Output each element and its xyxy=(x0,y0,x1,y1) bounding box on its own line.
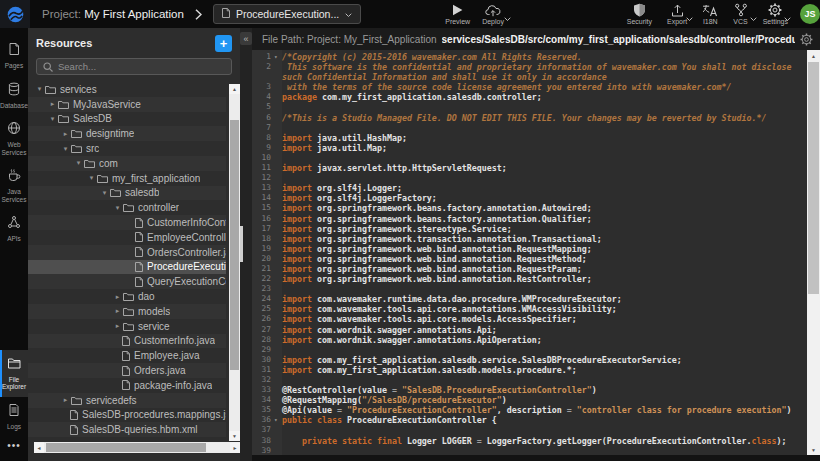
chevron-down-icon[interactable]: ▾ xyxy=(34,85,45,93)
chevron-down-icon[interactable]: ▾ xyxy=(99,189,110,197)
tree-vertical-scrollbar[interactable]: ▲ ▼ xyxy=(229,84,240,441)
tree-item-employee-java[interactable]: Employee.java xyxy=(28,348,226,363)
preview-button[interactable]: Preview xyxy=(445,3,470,25)
sidebar-item-databases[interactable]: Databases xyxy=(0,76,28,116)
tree-item-customerinfo-java[interactable]: CustomerInfo.java xyxy=(28,334,226,349)
tree-item-designtime[interactable]: ▸designtime xyxy=(28,126,226,141)
scroll-up-icon[interactable]: ▲ xyxy=(229,84,240,94)
sidebar-item-web-services[interactable]: Web Services xyxy=(0,115,28,162)
line-number: 12 xyxy=(252,173,274,183)
chevron-down-icon[interactable]: ▾ xyxy=(112,204,123,212)
wavemaker-logo-icon[interactable] xyxy=(0,0,30,28)
open-file-dropdown[interactable]: ProcedureExecution... xyxy=(213,4,361,24)
file-options-gear-icon[interactable] xyxy=(800,33,813,46)
tree-hscroll-thumb[interactable] xyxy=(46,443,206,452)
code-text: package com.my_first_application.salesdb… xyxy=(282,92,807,102)
tree-item-orderscontroller-java[interactable]: OrdersController.java xyxy=(28,245,226,260)
sidebar-more-button[interactable]: ••• xyxy=(7,436,21,461)
tree-item-queryexecutioncontroller-java[interactable]: QueryExecutionController.java xyxy=(28,274,226,289)
tree-item-package-info-java[interactable]: package-info.java xyxy=(28,378,226,393)
tree-item-label: QueryExecutionController.java xyxy=(147,276,226,287)
sidebar-item-apis[interactable]: APIs xyxy=(0,209,28,249)
code-text: /*This is a Studio Managed File. DO NOT … xyxy=(282,113,807,123)
folder-icon xyxy=(45,85,56,94)
code-text: import org.springframework.stereotype.Se… xyxy=(282,224,807,234)
scroll-left-icon[interactable]: ◄ xyxy=(34,442,44,453)
tree-item-myjavaservice[interactable]: ▸MyJavaService xyxy=(28,97,226,112)
chevron-right-icon[interactable]: ▸ xyxy=(60,130,71,138)
scroll-right-icon[interactable]: ► xyxy=(230,442,240,453)
tree-item-controller[interactable]: ▾controller xyxy=(28,200,226,215)
resources-panel: Resources + ▾services▸MyJavaService▾Sale… xyxy=(28,28,240,461)
chevron-down-icon[interactable]: ▾ xyxy=(86,174,97,182)
tree-vscroll-thumb[interactable] xyxy=(230,120,239,370)
tree-item-servicedefs[interactable]: ▸servicedefs xyxy=(28,393,226,408)
chevron-right-icon[interactable]: ▸ xyxy=(47,100,58,108)
tree-item-procedureexecutioncontroller-java[interactable]: ProcedureExecutionController.java xyxy=(28,260,226,275)
editor-scroll-up-icon[interactable]: ▲ xyxy=(807,50,820,61)
collapse-panel-button[interactable]: « xyxy=(240,32,252,45)
tree-item-my-first-application[interactable]: ▾my_first_application xyxy=(28,171,226,186)
user-avatar[interactable]: JS xyxy=(800,4,820,24)
i18n-button[interactable]: I18N xyxy=(702,3,718,25)
tree-item-label: SalesDB xyxy=(73,113,112,124)
code-line-1: 1▾/*Copyright (c) 2015-2016 wavemaker.co… xyxy=(252,52,807,62)
tree-item-com[interactable]: ▾com xyxy=(28,156,226,171)
fold-toggle-icon[interactable]: ▾ xyxy=(274,52,282,62)
scroll-down-icon[interactable]: ▼ xyxy=(229,431,240,441)
sidebar-item-pages[interactable]: Pages xyxy=(0,36,28,76)
tree-item-salesdb-queries-hbm-xml[interactable]: SalesDB-queries.hbm.xml xyxy=(28,422,226,437)
chevron-right-icon[interactable]: ▸ xyxy=(112,293,123,301)
tree-item-service[interactable]: ▸service xyxy=(28,319,226,334)
tree-item-label: Orders.java xyxy=(134,365,186,376)
line-number: 17 xyxy=(252,224,274,234)
tree-item-salesdb[interactable]: ▾SalesDB xyxy=(28,112,226,127)
code-lines[interactable]: 1▾/*Copyright (c) 2015-2016 wavemaker.co… xyxy=(252,52,807,455)
chevron-right-icon[interactable]: ▸ xyxy=(112,322,123,330)
sidebar-item-logs[interactable]: Logs xyxy=(0,397,28,437)
tree-horizontal-scrollbar[interactable]: ◄ ► xyxy=(34,442,240,453)
deploy-button[interactable]: Deploy xyxy=(482,3,504,25)
code-line-35: 35@Api(value = "ProcedureExecutionContro… xyxy=(252,405,807,415)
editor-vertical-scrollbar[interactable]: ▲ ▼ xyxy=(807,50,820,455)
folder-icon xyxy=(123,307,134,316)
tree-item-orders-java[interactable]: Orders.java xyxy=(28,363,226,378)
tree-item-models[interactable]: ▸models xyxy=(28,304,226,319)
line-number: 27 xyxy=(252,325,274,335)
security-button[interactable]: Security xyxy=(627,3,652,25)
tree-item-employeecontroller-java[interactable]: EmployeeController.java xyxy=(28,230,226,245)
chevron-down-icon[interactable]: ▾ xyxy=(73,159,84,167)
settings-icon xyxy=(768,3,782,17)
chevron-right-icon[interactable]: ▸ xyxy=(112,307,123,315)
chevron-down-icon[interactable]: ▾ xyxy=(47,115,58,123)
editor-vscroll-thumb[interactable] xyxy=(808,62,819,294)
tree-item-src[interactable]: ▾src xyxy=(28,141,226,156)
vcs-label: VCS xyxy=(733,18,747,25)
tree-item-label: MyJavaService xyxy=(73,99,141,110)
line-number: 8 xyxy=(252,133,274,143)
wavemaker-studio: Project: My First Application ProcedureE… xyxy=(0,0,820,461)
tree-item-customerinfocontroller-java[interactable]: CustomerInfoController.java xyxy=(28,215,226,230)
export-button[interactable]: Export xyxy=(667,3,687,25)
chevron-down-icon[interactable]: ▾ xyxy=(60,145,71,153)
line-number: 20 xyxy=(252,254,274,264)
add-resource-button[interactable]: + xyxy=(215,35,232,52)
tree-item-dao[interactable]: ▸dao xyxy=(28,289,226,304)
vcs-button[interactable]: VCS xyxy=(733,3,747,25)
code-line-2: 2 This software is the confidential and … xyxy=(252,62,807,82)
resources-title: Resources xyxy=(36,37,92,49)
tree-item-label: com xyxy=(99,158,118,169)
editor-scroll-down-icon[interactable]: ▼ xyxy=(807,444,820,455)
sidebar-item-java-services[interactable]: Java Services xyxy=(0,162,28,209)
sidebar-item-file-explorer[interactable]: File Explorer xyxy=(0,350,28,397)
tree-item-salesdb[interactable]: ▾salesdb xyxy=(28,186,226,201)
settings-button[interactable]: Settings xyxy=(763,3,788,25)
tree-item-salesdb-procedures-mappings-json[interactable]: SalesDB-procedures.mappings.json xyxy=(28,408,226,423)
java-services-label: Java Services xyxy=(0,188,28,203)
search-input[interactable] xyxy=(58,61,225,72)
code-editor[interactable]: 1▾/*Copyright (c) 2015-2016 wavemaker.co… xyxy=(252,50,820,455)
tree-item-services[interactable]: ▾services xyxy=(28,82,226,97)
divider-drag-handle[interactable] xyxy=(240,226,243,262)
fold-toggle-icon[interactable]: ▾ xyxy=(274,415,282,425)
chevron-right-icon[interactable]: ▸ xyxy=(60,396,71,404)
